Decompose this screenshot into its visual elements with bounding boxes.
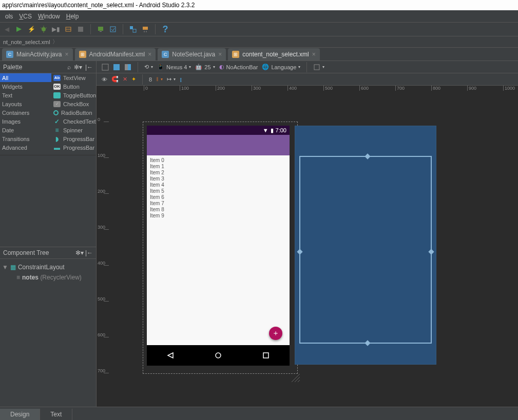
close-icon[interactable]: × <box>312 51 316 58</box>
palette-progressbar-1[interactable]: ◗ProgressBar <box>51 134 96 143</box>
back-icon[interactable]: ◀ <box>2 25 11 34</box>
tab-mainactivity[interactable]: C MainActivity.java × <box>2 48 73 61</box>
magnet-icon[interactable]: 🧲 <box>111 76 119 83</box>
breadcrumb[interactable]: nt_note_select.xml〉 <box>0 36 518 48</box>
tree-root[interactable]: ▼ ▦ ConstraintLayout <box>2 262 94 272</box>
status-bar: ▼ ▮ 7:00 <box>147 126 290 135</box>
tree-expand-icon[interactable]: ▼ <box>2 264 8 271</box>
tab-design[interactable]: Design <box>0 409 40 420</box>
resize-handle-right[interactable] <box>428 249 434 254</box>
settings-palette-icon[interactable]: ✻▾ <box>74 64 82 71</box>
palette-checkedtextview[interactable]: ✓CheckedTextView <box>51 117 96 126</box>
menu-vcs[interactable]: VCS <box>16 12 35 21</box>
svg-point-23 <box>216 353 221 358</box>
close-icon[interactable]: × <box>148 51 151 58</box>
design-canvas[interactable]: 01002003004005006007008009001000 0100200… <box>97 86 518 420</box>
palette-togglebutton[interactable]: ToggleButton <box>51 91 96 99</box>
palette-progressbar-2[interactable]: ▬ProgressBar <box>51 143 96 152</box>
device-picker[interactable]: 📱 Nexus 4▾ <box>157 64 191 70</box>
editor-tabs: C MainActivity.java × ⊞ AndroidManifest.… <box>0 48 518 61</box>
resize-handle-top[interactable] <box>364 153 370 159</box>
palette-cat-text[interactable]: Text <box>0 91 51 99</box>
palette-cat-images[interactable]: Images <box>0 117 51 126</box>
stop-icon[interactable] <box>76 25 85 34</box>
collapse-tree-icon[interactable]: |← <box>85 249 93 256</box>
pack-icon[interactable]: ⫴▾ <box>156 76 163 83</box>
svg-rect-18 <box>113 64 120 70</box>
run-icon[interactable] <box>14 25 24 34</box>
infer-constraints-icon[interactable]: ✦ <box>131 76 136 83</box>
theme-editor-icon[interactable] <box>141 25 150 34</box>
layout-inspector-icon[interactable] <box>128 25 138 34</box>
align-icon[interactable]: ↦▾ <box>167 76 176 83</box>
palette-textview[interactable]: AbTextView <box>51 73 96 82</box>
resize-handle-left[interactable] <box>297 249 302 254</box>
blueprint-selection[interactable] <box>299 156 432 344</box>
device-preview[interactable]: ▼ ▮ 7:00 Item 0 Item 1 Item 2 Item 3 Ite… <box>147 126 290 366</box>
view-mode-design[interactable] <box>102 64 109 71</box>
svg-rect-17 <box>102 64 108 70</box>
palette-cat-layouts[interactable]: Layouts <box>0 99 51 108</box>
avd-icon[interactable] <box>96 25 105 34</box>
palette-spinner[interactable]: ≡Spinner <box>51 126 96 134</box>
variant-picker[interactable]: ▾ <box>313 64 324 71</box>
sdk-icon[interactable] <box>108 25 118 34</box>
palette-button[interactable]: OKButton <box>51 82 96 91</box>
list-item: Item 5 <box>150 188 286 194</box>
settings-tree-icon[interactable]: ✻▾ <box>75 249 84 256</box>
svg-rect-19 <box>125 64 128 70</box>
view-mode-both[interactable] <box>124 64 131 71</box>
view-options-icon[interactable]: 👁 <box>102 76 107 83</box>
spinner-icon: ≡ <box>53 127 61 133</box>
app-bar <box>147 135 290 155</box>
menu-tools[interactable]: ols <box>2 12 16 21</box>
debug-icon[interactable] <box>39 25 48 34</box>
profile-icon[interactable] <box>64 25 73 34</box>
menu-help[interactable]: Help <box>63 12 82 21</box>
nav-recent-icon[interactable] <box>262 352 270 359</box>
palette-cat-containers[interactable]: Containers <box>0 108 51 117</box>
tab-manifest[interactable]: ⊞ AndroidManifest.xml × <box>75 48 156 61</box>
content-area[interactable]: Item 0 Item 1 Item 2 Item 3 Item 4 Item … <box>147 155 290 345</box>
language-picker[interactable]: 🌐 Language▾ <box>262 64 300 70</box>
menu-window[interactable]: Window <box>35 12 63 21</box>
resize-handle-bottom[interactable] <box>364 340 370 346</box>
search-icon[interactable]: ⌕ <box>67 64 71 71</box>
svg-rect-9 <box>98 27 103 31</box>
palette-cat-advanced[interactable]: Advanced <box>0 143 51 152</box>
toggle-icon <box>53 92 61 98</box>
tab-noteselect[interactable]: C NoteSelect.java × <box>158 48 226 61</box>
blueprint-preview[interactable] <box>295 126 436 365</box>
close-icon[interactable]: × <box>65 51 68 58</box>
apply-changes-icon[interactable]: ⚡ <box>27 25 36 34</box>
tree-child-notes[interactable]: ≡ notes (RecyclerView) <box>2 272 94 283</box>
view-mode-blueprint[interactable] <box>113 64 120 71</box>
tab-content-note-select[interactable]: ⊞ content_note_select.xml × <box>228 48 319 61</box>
palette-cat-date[interactable]: Date <box>0 126 51 134</box>
palette-cat-transitions[interactable]: Transitions <box>0 134 51 143</box>
attach-icon[interactable]: ▶▮ <box>51 25 61 34</box>
fab-add[interactable]: ＋ <box>269 327 282 340</box>
svg-line-5 <box>46 28 47 28</box>
resize-corner-icon[interactable] <box>290 372 302 384</box>
palette-cat-all[interactable]: All <box>0 73 51 82</box>
list-item: Item 6 <box>150 194 286 201</box>
orientation-toggle[interactable]: ⟲▾ <box>144 64 153 70</box>
nav-back-icon[interactable] <box>167 352 174 359</box>
nav-home-icon[interactable] <box>215 352 222 359</box>
collapse-icon[interactable]: |← <box>85 64 93 71</box>
component-tree-header: Component Tree ✻▾ |← <box>0 247 96 259</box>
clear-constraints-icon[interactable]: ✕ <box>123 76 127 83</box>
theme-picker[interactable]: ◐ NoActionBar <box>219 64 258 70</box>
palette-checkbox[interactable]: ✓CheckBox <box>51 99 96 108</box>
radio-icon <box>53 110 59 115</box>
palette-cat-widgets[interactable]: Widgets <box>0 82 51 91</box>
default-margin[interactable]: 8 <box>149 76 152 83</box>
help-icon[interactable]: ? <box>161 25 170 34</box>
api-picker[interactable]: 🤖 25▾ <box>195 64 215 70</box>
list-item: Item 1 <box>150 164 286 170</box>
close-icon[interactable]: × <box>218 51 222 58</box>
guidelines-icon[interactable]: ⫿ <box>180 76 183 83</box>
palette-radiobutton[interactable]: RadioButton <box>51 108 96 117</box>
tab-text[interactable]: Text <box>40 409 72 420</box>
